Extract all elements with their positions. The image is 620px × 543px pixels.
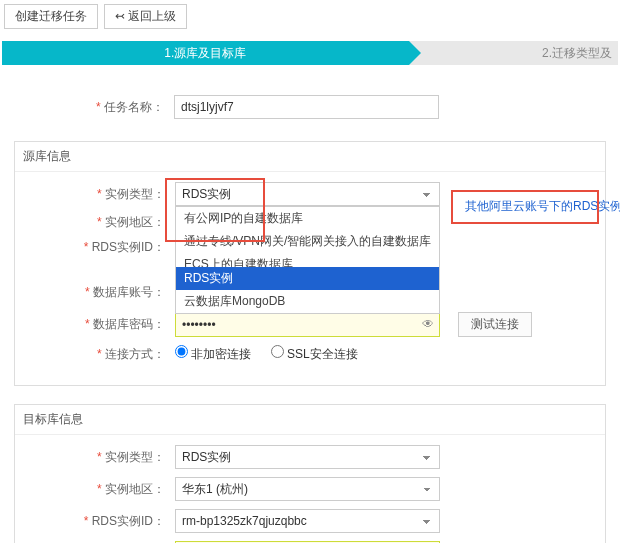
source-title: 源库信息	[15, 142, 605, 172]
source-instance-type-select[interactable]: RDS实例	[175, 182, 440, 206]
dropdown-option[interactable]: ECS上的自建数据库	[176, 253, 439, 267]
wizard-step-1: 1.源库及目标库	[2, 41, 409, 65]
target-region-select[interactable]: 华东1 (杭州)	[175, 477, 440, 501]
target-panel: 目标库信息 实例类型： RDS实例 实例地区： 华东1 (杭州) RDS实例ID…	[14, 404, 606, 543]
source-instance-type-label: 实例类型：	[25, 186, 175, 203]
source-test-connection-button[interactable]: 测试连接	[458, 312, 532, 337]
task-name-input[interactable]	[174, 95, 439, 119]
source-db-pw-input[interactable]	[175, 313, 440, 337]
source-db-user-label: 数据库账号：	[25, 284, 175, 301]
target-title: 目标库信息	[15, 405, 605, 435]
wizard-step-2: 2.迁移类型及	[409, 45, 618, 62]
wizard-steps: 1.源库及目标库 2.迁移类型及	[2, 41, 618, 65]
task-name-label: 任务名称：	[24, 99, 174, 116]
source-panel: 源库信息 其他阿里云账号下的RDS实例 实例类型： RDS实例 有公网IP的自建…	[14, 141, 606, 386]
create-task-button[interactable]: 创建迁移任务	[4, 4, 98, 29]
source-instance-type-dropdown: 有公网IP的自建数据库 通过专线/VPN网关/智能网关接入的自建数据库 ECS上…	[175, 206, 440, 314]
dropdown-option[interactable]: 通过专线/VPN网关/智能网关接入的自建数据库	[176, 230, 439, 253]
target-instance-type-select[interactable]: RDS实例	[175, 445, 440, 469]
source-conn-mode-plain[interactable]: 非加密连接	[175, 347, 251, 361]
source-rds-id-label: RDS实例ID：	[25, 239, 175, 256]
dropdown-option-selected[interactable]: RDS实例	[176, 267, 439, 290]
source-db-pw-label: 数据库密码：	[25, 316, 175, 333]
source-region-label: 实例地区：	[25, 214, 175, 231]
source-conn-mode-ssl[interactable]: SSL安全连接	[271, 347, 358, 361]
target-rds-id-select[interactable]: rm-bp1325zk7qjuzqbbc	[175, 509, 440, 533]
target-instance-type-label: 实例类型：	[25, 449, 175, 466]
eye-icon[interactable]: 👁	[422, 317, 434, 331]
dropdown-option[interactable]: 云数据库MongoDB	[176, 290, 439, 313]
target-region-label: 实例地区：	[25, 481, 175, 498]
back-button[interactable]: ↢ 返回上级	[104, 4, 187, 29]
dropdown-option[interactable]: 有公网IP的自建数据库	[176, 207, 439, 230]
source-conn-mode-label: 连接方式：	[25, 346, 175, 363]
target-rds-id-label: RDS实例ID：	[25, 513, 175, 530]
